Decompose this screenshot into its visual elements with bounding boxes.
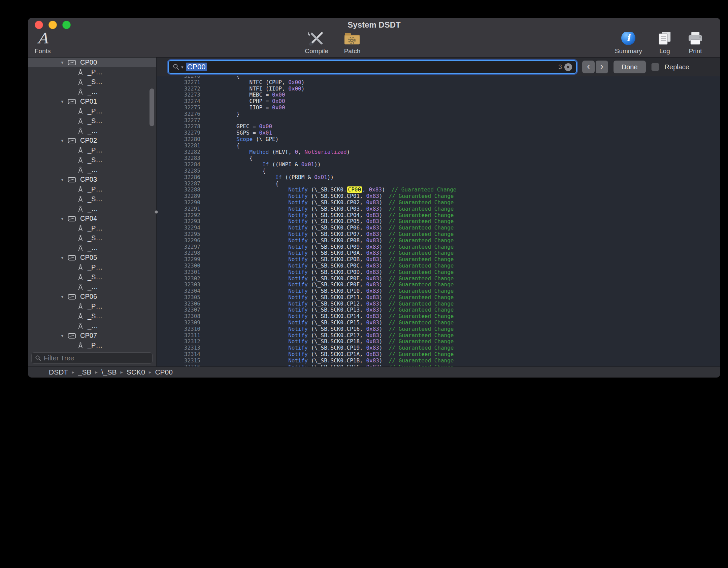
tree-child-label: _S… <box>88 312 102 320</box>
tree-child-item[interactable]: _S… <box>28 116 156 126</box>
tree-child-label: _S… <box>88 234 102 242</box>
line-number: 32304 <box>157 288 200 294</box>
tree-outline[interactable]: ▼CP00_P…_S…_…▼CP01_P…_S…_…▼CP02_P…_S…_…▼… <box>28 58 156 352</box>
code-line: 32314 Notify (\_SB.SCK0.CP1A, 0x83) // G… <box>157 351 720 358</box>
tree-child-item[interactable]: _P… <box>28 341 156 350</box>
code-line: 32285 { <box>157 168 720 174</box>
method-icon <box>77 206 84 212</box>
line-number: 32274 <box>157 98 200 105</box>
tree-child-item[interactable]: _… <box>28 321 156 331</box>
tree-child-item[interactable]: _P… <box>28 145 156 155</box>
tree-child-label: _… <box>88 322 98 330</box>
breadcrumb-item[interactable]: SCK0 <box>127 368 145 376</box>
replace-checkbox[interactable] <box>651 63 659 71</box>
tree-child-item[interactable]: _S… <box>28 155 156 165</box>
tree-item-cp00[interactable]: ▼CP00 <box>28 58 156 67</box>
tree-child-item[interactable]: _S… <box>28 233 156 243</box>
tree-child-item[interactable]: _… <box>28 126 156 136</box>
tree-child-item[interactable]: _S… <box>28 272 156 282</box>
code-text: Notify (\_SB.SCK0.CP0D, 0x83) // Guarant… <box>200 269 454 276</box>
breadcrumb-item[interactable]: _SB <box>78 368 92 376</box>
code-text: Notify (\_SB.SCK0.CP13, 0x83) // Guarant… <box>200 307 454 313</box>
split-divider[interactable] <box>156 58 157 366</box>
tree-child-item[interactable]: _… <box>28 165 156 175</box>
method-icon <box>77 225 84 232</box>
tree-child-label: _… <box>88 127 98 135</box>
summary-button[interactable]: i Summary <box>615 32 642 57</box>
tree-item-cp02[interactable]: ▼CP02 <box>28 136 156 145</box>
clear-search-icon[interactable]: ✕ <box>564 63 572 71</box>
tree-child-item[interactable]: _… <box>28 243 156 253</box>
tree-child-item[interactable]: _S… <box>28 77 156 87</box>
tree-child-item[interactable]: _… <box>28 204 156 214</box>
tree-child-item[interactable]: _S… <box>28 194 156 204</box>
compile-button[interactable]: Compile <box>305 32 328 57</box>
tree-child-item[interactable]: _P… <box>28 106 156 116</box>
tree-item-cp07[interactable]: ▼CP07 <box>28 331 156 341</box>
disclosure-triangle-icon[interactable]: ▼ <box>60 216 68 221</box>
tree-child-item[interactable]: _P… <box>28 301 156 311</box>
sidebar-scrollbar[interactable] <box>150 88 154 126</box>
line-number: 32308 <box>157 313 200 320</box>
tree-item-cp06[interactable]: ▼CP06 <box>28 292 156 301</box>
tree-child-item[interactable]: _S… <box>28 350 156 352</box>
code-line: 32301 Notify (\_SB.SCK0.CP0D, 0x83) // G… <box>157 269 720 276</box>
code-line: 32281 { <box>157 143 720 149</box>
done-button[interactable]: Done <box>614 61 646 73</box>
find-input[interactable]: ▾ CP00 3 ✕ <box>168 60 577 74</box>
breadcrumb-separator-icon: ▸ <box>120 369 123 375</box>
tree-child-item[interactable]: _P… <box>28 184 156 194</box>
code-text: Notify (\_SB.SCK0.CP02, 0x83) // Guarant… <box>200 200 454 206</box>
disclosure-triangle-icon[interactable]: ▼ <box>60 294 68 299</box>
method-icon <box>77 274 84 281</box>
minimize-button[interactable] <box>48 21 57 29</box>
tree-item-cp05[interactable]: ▼CP05 <box>28 253 156 262</box>
previous-match-button[interactable]: ‹ <box>582 61 595 73</box>
code-text: Notify (\_SB.SCK0.CP12, 0x83) // Guarant… <box>200 301 454 307</box>
line-number: 32279 <box>157 130 200 136</box>
compile-label: Compile <box>305 47 328 55</box>
disclosure-triangle-icon[interactable]: ▼ <box>60 99 68 104</box>
breadcrumb-item[interactable]: DSDT <box>49 368 68 376</box>
next-match-button[interactable]: › <box>596 61 608 73</box>
search-icon[interactable] <box>173 64 179 70</box>
line-number: 32303 <box>157 282 200 288</box>
disclosure-triangle-icon[interactable]: ▼ <box>60 138 68 143</box>
tree-child-label: _… <box>88 88 98 96</box>
title-bar[interactable]: System DSDT <box>28 18 720 32</box>
tree-child-item[interactable]: _… <box>28 282 156 292</box>
tree-child-item[interactable]: _P… <box>28 67 156 77</box>
patch-button[interactable]: Patch <box>344 32 361 57</box>
code-editor[interactable]: 32270 {32271 NTFC (CPHP, 0x00)32272 NTFI… <box>157 76 720 366</box>
tree-child-item[interactable]: _S… <box>28 311 156 321</box>
log-button[interactable]: Log <box>658 32 672 57</box>
filter-tree-input[interactable] <box>44 354 149 362</box>
disclosure-triangle-icon[interactable]: ▼ <box>60 255 68 260</box>
search-options-chevron-icon[interactable]: ▾ <box>181 65 184 70</box>
tree-child-item[interactable]: _P… <box>28 223 156 233</box>
breadcrumb-item[interactable]: CP00 <box>155 368 173 376</box>
disclosure-triangle-icon[interactable]: ▼ <box>60 60 68 65</box>
tree-item-cp01[interactable]: ▼CP01 <box>28 97 156 106</box>
filter-tree-field[interactable] <box>31 352 153 364</box>
code-text: Notify (\_SB.SCK0.CP00, 0x83) // Guarant… <box>200 187 456 193</box>
tree-child-label: _P… <box>88 68 102 76</box>
tree-child-item[interactable]: _P… <box>28 262 156 272</box>
method-icon <box>77 303 84 310</box>
scope-icon <box>68 176 76 183</box>
tree-child-item[interactable]: _… <box>28 87 156 97</box>
tree-child-label: _P… <box>88 185 102 193</box>
disclosure-triangle-icon[interactable]: ▼ <box>60 177 68 182</box>
code-line: 32299 Notify (\_SB.SCK0.CP0B, 0x83) // G… <box>157 256 720 263</box>
breadcrumb-item[interactable]: \_SB <box>101 368 117 376</box>
close-button[interactable] <box>35 21 43 29</box>
print-button[interactable]: Print <box>687 32 703 57</box>
code-line: 32315 Notify (\_SB.SCK0.CP1B, 0x83) // G… <box>157 358 720 364</box>
split-handle[interactable] <box>155 211 158 214</box>
tree-item-cp04[interactable]: ▼CP04 <box>28 214 156 223</box>
code-text: Notify (\_SB.SCK0.CP06, 0x83) // Guarant… <box>200 225 454 231</box>
zoom-button[interactable] <box>62 21 71 29</box>
disclosure-triangle-icon[interactable]: ▼ <box>60 333 68 338</box>
tree-item-cp03[interactable]: ▼CP03 <box>28 175 156 184</box>
fonts-button[interactable]: A Fonts <box>35 32 51 57</box>
